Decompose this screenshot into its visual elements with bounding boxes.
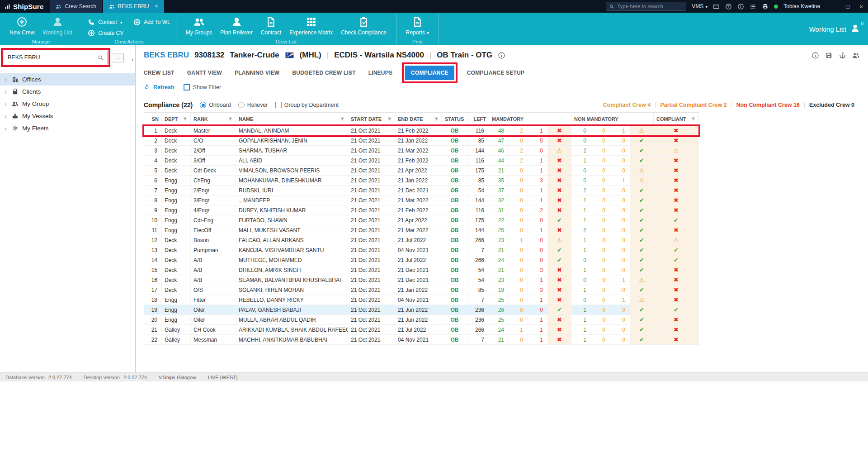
table-row[interactable]: 15DeckA/BDHILLON, AMRIK SINGH21 Oct 2021… xyxy=(144,265,699,275)
table-row[interactable]: 4Deck3/OffALI, ABID21 Oct 202121 Feb 202… xyxy=(144,156,699,166)
col-header-name[interactable]: NAME xyxy=(236,113,348,125)
working-list-shortcut[interactable]: Working List 0 xyxy=(809,13,860,45)
vms-dropdown[interactable]: VMS ▾ xyxy=(692,3,708,10)
collapse-sidebar-icon[interactable]: ‹ xyxy=(132,55,134,63)
filter-icon[interactable] xyxy=(183,117,188,122)
group-by-department-option[interactable]: Group by Department xyxy=(275,102,339,108)
show-filter-checkbox[interactable] xyxy=(184,84,190,91)
doc-tab-crew-search[interactable]: Crew Search xyxy=(50,0,102,13)
doc-tab-beks-ebru[interactable]: BEKS EBRU × xyxy=(103,0,164,13)
user-name[interactable]: Tobias Kwetina xyxy=(783,3,820,10)
table-row[interactable]: 20EnggOilerMULLA, ABRAR ABDUL QADIR21 Oc… xyxy=(144,315,699,325)
table-row[interactable]: 8Engg3/Engr., MANDEEP21 Oct 202121 Mar 2… xyxy=(144,195,699,205)
reliever-option[interactable]: Reliever xyxy=(238,102,268,108)
tab-lineups[interactable]: LINEUPS xyxy=(368,70,392,76)
filter-icon[interactable] xyxy=(691,117,696,122)
show-filter-toggle[interactable]: Show Filter xyxy=(184,84,222,91)
col-header-end-date[interactable]: END DATE xyxy=(395,113,442,125)
tab-compliance[interactable]: COMPLIANCE xyxy=(405,66,454,80)
table-row[interactable]: 19EnggOilerPALAV, GANESH BABAJI21 Oct 20… xyxy=(144,305,699,315)
col-header-compliant[interactable]: COMPLIANT xyxy=(654,113,699,125)
sidebar-item-my-fleets[interactable]: ›My Fleets xyxy=(0,122,135,134)
table-row[interactable]: 11EnggElecOffMALI, MUKESH VASANT21 Oct 2… xyxy=(144,225,699,235)
table-row[interactable]: 16DeckA/BSEAMAN, BALVANTBHAI KHUSHALBHAI… xyxy=(144,275,699,285)
onboard-radio[interactable] xyxy=(200,102,206,108)
expand-chevron-icon[interactable]: › xyxy=(5,88,8,95)
expand-chevron-icon[interactable]: › xyxy=(5,113,8,120)
table-row[interactable]: 9Engg4/EngrDUBEY, KSHITISH KUMAR21 Oct 2… xyxy=(144,205,699,215)
col-header-rank[interactable]: RANK xyxy=(191,113,236,125)
table-row[interactable]: 10EnggCdt-EngFURTADO, SHAWN21 Oct 202121… xyxy=(144,215,699,225)
col-header-start-date[interactable]: START DATE xyxy=(348,113,395,125)
table-row[interactable]: 14DeckA/BMUTHEGE, MOHAMMED21 Oct 202121 … xyxy=(144,255,699,265)
table-row[interactable]: 3Deck2/OffSHARMA, TUSHAR21 Oct 202121 Ma… xyxy=(144,146,699,156)
tab-compliance-setup[interactable]: COMPLIANCE SETUP xyxy=(467,70,524,76)
sidebar-item-offices[interactable]: ›Offices xyxy=(0,73,135,86)
col-header-mandatory[interactable]: MANDATORY xyxy=(489,113,571,125)
filter-icon[interactable] xyxy=(387,117,392,122)
expand-chevron-icon[interactable]: › xyxy=(5,125,8,132)
col-header-status[interactable]: STATUS xyxy=(442,113,467,125)
table-row[interactable]: 18EnggFitterREBELLO, DANNY RICKY21 Oct 2… xyxy=(144,295,699,305)
table-row[interactable]: 22GalleyMessmanMACHHI, ANKITKUMAR BABUBH… xyxy=(144,335,699,345)
printer-icon[interactable] xyxy=(762,3,769,10)
close-button[interactable]: × xyxy=(854,0,868,13)
info-icon[interactable] xyxy=(811,52,819,59)
contact-button[interactable]: Contact ▾ xyxy=(88,19,123,26)
sidebar-item-my-vessels[interactable]: ›My Vessels xyxy=(0,110,135,122)
tab-planning-view[interactable]: PLANNING VIEW xyxy=(235,70,279,76)
my-groups-button[interactable]: My Groups xyxy=(182,15,217,37)
table-row[interactable]: 21GalleyCH CookARIKKADI KUMBLA, SHAIK AB… xyxy=(144,325,699,335)
filter-icon[interactable] xyxy=(228,117,233,122)
expand-chevron-icon[interactable]: › xyxy=(5,100,8,108)
sidebar-search-input[interactable] xyxy=(8,54,95,61)
table-row[interactable]: 6EnggChEngMOHANKUMAR, DINESHKUMAR21 Oct … xyxy=(144,176,699,186)
anchor-icon[interactable] xyxy=(839,52,846,59)
filter-icon[interactable] xyxy=(340,117,345,122)
tab-budgeted-crew-list[interactable]: BUDGETED CREW LIST xyxy=(292,70,355,76)
col-header-sn[interactable]: SN xyxy=(144,113,162,125)
sidebar-search[interactable] xyxy=(4,51,108,64)
minimize-button[interactable]: — xyxy=(827,0,841,13)
group-by-checkbox[interactable] xyxy=(275,102,282,108)
reliever-radio[interactable] xyxy=(238,102,245,108)
reports-button[interactable]: Reports ▾ xyxy=(402,15,433,37)
crew-icon[interactable] xyxy=(852,52,860,59)
vessel-name[interactable]: BEKS EBRU xyxy=(144,51,189,60)
tab-gantt-view[interactable]: GANTT VIEW xyxy=(187,70,222,76)
table-row[interactable]: 17DeckO/SSOLANKI, HIREN MOHAN21 Oct 2021… xyxy=(144,285,699,295)
expand-chevron-icon[interactable]: › xyxy=(5,76,8,83)
working-list-button[interactable]: Working List xyxy=(38,15,76,37)
create-cv-button[interactable]: Create CV xyxy=(88,29,123,37)
save-icon[interactable] xyxy=(825,52,833,59)
plan-reliever-button[interactable]: Plan Reliever xyxy=(216,15,256,37)
info-icon[interactable] xyxy=(498,52,505,59)
sidebar-item-my-group[interactable]: ›My Group xyxy=(0,98,135,110)
table-row[interactable]: 2DeckC/OGOPALAKRISHNAN, JENIN21 Oct 2021… xyxy=(144,136,699,146)
col-header-non-mandatory[interactable]: NON MANDATORY xyxy=(571,113,654,125)
new-crew-button[interactable]: New Crew xyxy=(5,15,38,37)
global-search-input[interactable] xyxy=(617,4,683,9)
add-to-wl-button[interactable]: Add To WL xyxy=(133,19,170,26)
filter-icon[interactable] xyxy=(434,117,439,122)
col-header-left[interactable]: LEFT xyxy=(467,113,489,125)
table-row[interactable]: 1DeckMasterMANDAL, ANINDAM21 Oct 202121 … xyxy=(144,126,699,136)
check-compliance-button[interactable]: Check Compliance xyxy=(337,15,391,37)
mail-icon[interactable] xyxy=(713,3,720,10)
table-row[interactable]: 7Engg2/EngrRUDSKI, IURI21 Oct 202121 Dec… xyxy=(144,186,699,195)
summary-compliant-crew-4[interactable]: Compliant Crew 4 xyxy=(599,102,656,108)
contract-button[interactable]: Contract xyxy=(257,15,285,37)
table-row[interactable]: 5DeckCdt-DeckVIMALSON, BROWSON PEERIS21 … xyxy=(144,166,699,176)
summary-non-compliant-crew-16[interactable]: Non Compliant Crew 16 xyxy=(731,102,804,108)
info-icon[interactable] xyxy=(737,3,744,10)
table-row[interactable]: 12DeckBosunFALCAO, ALLAN ARKANS21 Oct 20… xyxy=(144,235,699,245)
summary-excluded-crew-0[interactable]: Excluded Crew 0 xyxy=(804,102,859,108)
sidebar-item-clients[interactable]: ›Clients xyxy=(0,86,135,98)
close-tab-icon[interactable]: × xyxy=(155,3,158,10)
experience-matrix-button[interactable]: Experience Matrix xyxy=(285,15,337,37)
summary-partial-compliant-crew-2[interactable]: Partial Compliant Crew 2 xyxy=(655,102,731,108)
global-search[interactable] xyxy=(606,2,686,11)
col-header-dept[interactable]: DEPT xyxy=(162,113,191,125)
more-button[interactable]: ... xyxy=(112,53,124,62)
refresh-button[interactable]: Refresh xyxy=(144,84,175,91)
